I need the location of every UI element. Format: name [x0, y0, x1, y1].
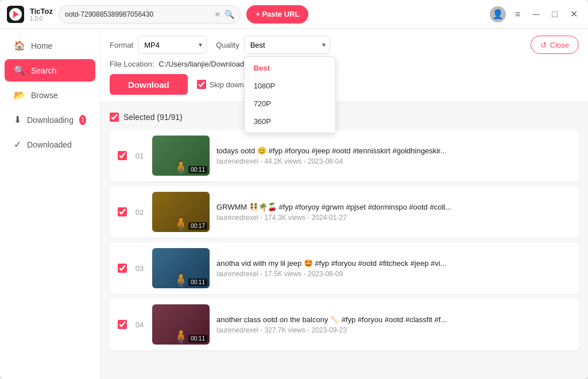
app-logo [7, 6, 24, 23]
selected-text: Selected (91/91) [123, 113, 183, 122]
search-icon: 🔍 [225, 10, 234, 19]
format-select[interactable]: MP4 MP3 AVI MOV [138, 36, 207, 54]
video-number-4: 04 [134, 320, 145, 329]
video-thumbnail-3: 🧍 00:11 [152, 248, 210, 288]
video-checkbox-3[interactable] [118, 264, 127, 273]
video-number-2: 02 [134, 208, 145, 216]
toolbar-row1: Format MP4 MP3 AVI MOV Quality [110, 36, 579, 54]
toolbar: Format MP4 MP3 AVI MOV Quality [100, 29, 588, 102]
quality-option-360p[interactable]: 360P [245, 113, 335, 130]
video-list-container[interactable]: Selected (91/91) 01 🧍 00:11 todays ootd … [100, 102, 588, 379]
video-info-4: another class ootd on the balcony 🦴 #fyp… [216, 315, 571, 334]
video-title-2: GRWMM 👯🌴🍒 #fyp #foryoy #grwm #pjset #dor… [216, 203, 571, 211]
video-info-3: anotha vid with my lil jeep 🤩 #fyp #fory… [216, 259, 571, 278]
downloading-icon: ⬇ [14, 114, 21, 125]
quality-option-1080p[interactable]: 1080P [245, 77, 335, 95]
thumbnail-person-3: 🧍 [172, 272, 189, 288]
sidebar: 🏠 Home 🔍 Search 📂 Browse ⬇ Downloading 1… [0, 29, 100, 379]
reset-icon: ↺ [540, 41, 547, 49]
content-area: Format MP4 MP3 AVI MOV Quality [100, 29, 588, 379]
search-nav-icon: 🔍 [14, 65, 25, 76]
close-label: Close [550, 41, 569, 49]
video-title-1: todays ootd 😊 #fyp #foryou #jeep #ootd #… [216, 146, 571, 155]
video-thumbnail-2: 🧍 00:17 [152, 192, 210, 232]
video-meta-1: laurenedrexel - 44.2K views - 2023-08-04 [216, 157, 571, 165]
skip-downloaded-checkbox[interactable] [197, 80, 206, 89]
quality-select-wrapper: Best 1080P 720P 360P [244, 36, 330, 54]
thumbnail-person-2: 🧍 [172, 216, 189, 232]
download-row: Download Skip downloaded [110, 74, 579, 95]
sidebar-item-browse-label: Browse [31, 91, 58, 100]
video-title-3: anotha vid with my lil jeep 🤩 #fyp #fory… [216, 259, 571, 268]
table-row: 02 🧍 00:17 GRWMM 👯🌴🍒 #fyp #foryoy #grwm … [110, 186, 579, 238]
sidebar-item-search[interactable]: 🔍 Search [5, 59, 95, 82]
video-thumbnail-1: 🧍 00:11 [152, 136, 210, 176]
video-number-3: 03 [134, 264, 145, 273]
downloaded-icon: ✓ [14, 139, 21, 150]
video-checkbox-1[interactable] [118, 151, 127, 160]
sidebar-item-downloading[interactable]: ⬇ Downloading 1 [5, 109, 95, 131]
thumbnail-person-1: 🧍 [172, 160, 189, 176]
downloading-badge: 1 [79, 115, 86, 125]
quality-dropdown-menu: Best 1080P 720P 360P [244, 56, 336, 133]
sidebar-item-search-label: Search [31, 66, 56, 75]
select-all-checkbox[interactable] [110, 113, 119, 122]
video-duration-4: 00:11 [188, 335, 207, 342]
format-label: Format [110, 41, 133, 49]
format-group: Format MP4 MP3 AVI MOV [110, 36, 207, 54]
close-window-button[interactable]: ✕ [567, 6, 581, 22]
browse-icon: 📂 [14, 90, 25, 100]
video-duration-3: 00:11 [188, 279, 207, 286]
sidebar-item-home-label: Home [31, 41, 52, 51]
close-button[interactable]: ↺ Close [531, 36, 579, 54]
table-row: 04 🧍 00:11 another class ootd on the bal… [110, 299, 579, 350]
video-number-1: 01 [134, 152, 145, 160]
video-duration-1: 00:11 [188, 166, 207, 173]
quality-option-720p[interactable]: 720P [245, 95, 335, 113]
paste-url-button[interactable]: + Paste URL [246, 5, 308, 24]
file-location-label: File Location: [110, 60, 154, 68]
sidebar-item-downloaded[interactable]: ✓ Downloaded [5, 133, 95, 156]
url-text: ootd-7290885389987056430 [65, 10, 211, 18]
format-select-wrapper: MP4 MP3 AVI MOV [138, 36, 207, 54]
quality-group: Quality Best 1080P 720P 360P [216, 36, 330, 54]
quality-option-best[interactable]: Best [245, 59, 335, 77]
app-name-block: TicToz 1.0.0 [30, 7, 53, 22]
home-icon: 🏠 [14, 40, 25, 51]
title-bar: TicToz 1.0.0 ootd-7290885389987056430 ✕ … [0, 0, 588, 29]
sidebar-item-downloaded-label: Downloaded [27, 140, 72, 149]
video-meta-2: laurenedrexel - 174.3K views - 2024-01-2… [216, 214, 571, 222]
quality-select[interactable]: Best 1080P 720P 360P [244, 36, 330, 54]
app-name: TicToz [30, 7, 53, 16]
video-thumbnail-4: 🧍 00:11 [152, 304, 210, 345]
sidebar-item-browse[interactable]: 📂 Browse [5, 84, 95, 106]
table-row: 03 🧍 00:11 anotha vid with my lil jeep 🤩… [110, 242, 579, 294]
app-version: 1.0.0 [30, 16, 53, 22]
video-meta-4: laurenedrexel - 327.7K views - 2023-09-2… [216, 326, 571, 334]
url-bar: ootd-7290885389987056430 ✕ 🔍 [59, 5, 241, 24]
video-meta-3: laurenedrexel - 17.5K views - 2023-08-09 [216, 270, 571, 278]
sidebar-item-downloading-label: Downloading [27, 115, 74, 125]
thumbnail-person-4: 🧍 [172, 328, 189, 345]
quality-dropdown-container: Best 1080P 720P 360P Best 1080P 720P [244, 36, 330, 54]
download-button[interactable]: Download [110, 74, 188, 95]
maximize-button[interactable]: □ [548, 7, 561, 22]
selected-bar: Selected (91/91) [110, 108, 579, 126]
minimize-button[interactable]: ─ [529, 7, 543, 22]
url-clear-icon[interactable]: ✕ [214, 10, 221, 19]
quality-label: Quality [216, 41, 239, 49]
video-info-1: todays ootd 😊 #fyp #foryou #jeep #ootd #… [216, 146, 571, 165]
avatar[interactable]: 👤 [490, 6, 506, 22]
video-info-2: GRWMM 👯🌴🍒 #fyp #foryoy #grwm #pjset #dor… [216, 203, 571, 222]
video-checkbox-2[interactable] [118, 207, 127, 216]
table-row: 01 🧍 00:11 todays ootd 😊 #fyp #foryou #j… [110, 130, 579, 181]
menu-button[interactable]: ≡ [512, 7, 524, 22]
file-location-row: File Location: C:/Users/lianjie/Download… [110, 60, 579, 68]
video-title-4: another class ootd on the balcony 🦴 #fyp… [216, 315, 571, 324]
sidebar-item-home[interactable]: 🏠 Home [5, 34, 95, 57]
video-duration-2: 00:17 [188, 222, 207, 230]
video-checkbox-4[interactable] [118, 320, 127, 329]
